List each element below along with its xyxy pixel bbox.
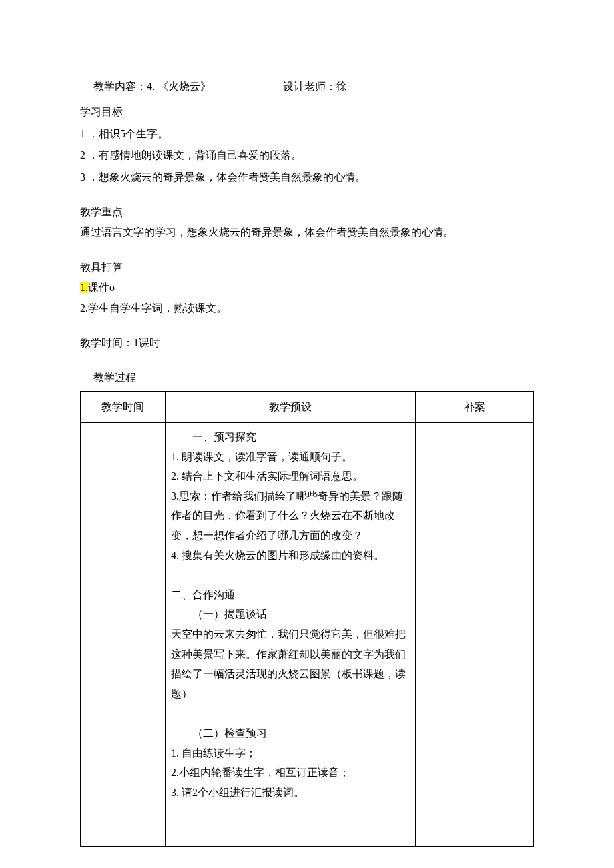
- designer-value: 徐: [336, 81, 347, 92]
- time-value: 1课时: [133, 337, 160, 348]
- plan-line: [171, 822, 410, 842]
- plan-line: 3. 请2个小组进行汇报读词。: [171, 783, 410, 803]
- plan-line: 2. 结合上下文和生活实际理解词语意思。: [171, 466, 410, 486]
- plan-line: 1. 朗读课文，读准字音，读通顺句子。: [171, 447, 410, 467]
- col-header-supp: 补案: [416, 391, 534, 422]
- time-label: 教学时间：: [80, 337, 133, 348]
- plan-line: 1. 自由练读生字；: [171, 743, 410, 763]
- goals-title: 学习目标: [80, 102, 534, 122]
- goals-item-2: 2 ．有感情地朗读课文，背诵自己喜爱的段落。: [80, 145, 534, 165]
- col-header-time: 教学时间: [81, 391, 166, 422]
- content-label: 教学内容：: [93, 81, 147, 92]
- cell-time: [81, 423, 166, 846]
- plan-line: 天空中的云来去匆忙，我们只觉得它美，但很难把这种美景写下来。作家萧红却以美丽的文…: [171, 624, 410, 703]
- designer-label-group: 设计老师：徐: [283, 77, 347, 97]
- process-table: 教学时间 教学预设 补案 一、预习探究1. 朗读课文，读准字音，读通顺句子。2.…: [80, 391, 534, 847]
- plan-line: （二）检查预习: [171, 723, 410, 743]
- plan-line: 一、预习探究: [171, 427, 410, 447]
- focus-title: 教学重点: [80, 202, 534, 222]
- plan-line: [171, 565, 410, 585]
- table-row: 一、预习探究1. 朗读课文，读准字音，读通顺句子。2. 结合上下文和生活实际理解…: [81, 423, 534, 846]
- plan-line: 3.思索：作者给我们描绘了哪些奇异的美景？跟随作者的目光，你看到了什么？火烧云在…: [171, 486, 410, 546]
- tools-item-1: 1.课件o: [80, 278, 534, 298]
- col-header-plan: 教学预设: [166, 391, 416, 422]
- plan-line: 4. 搜集有关火烧云的图片和形成缘由的资料。: [171, 546, 410, 566]
- plan-line: 2.小组内轮番读生字，相互订正读音；: [171, 763, 410, 783]
- plan-line: （一）揭题谈话: [171, 604, 410, 624]
- lesson-header: 教学内容：4. 《火烧云》 设计老师：徐: [80, 77, 534, 97]
- process-title: 教学过程: [80, 368, 534, 388]
- table-body: 一、预习探究1. 朗读课文，读准字音，读通顺句子。2. 结合上下文和生活实际理解…: [81, 423, 534, 846]
- focus-block: 教学重点 通过语言文字的学习，想象火烧云的奇异景象，体会作者赞美自然景象的心情。: [80, 202, 534, 243]
- focus-body: 通过语言文字的学习，想象火烧云的奇异景象，体会作者赞美自然景象的心情。: [80, 222, 534, 242]
- tools-item-1-rest: 课件o: [88, 282, 115, 293]
- plan-line: 二、合作沟通: [171, 585, 410, 605]
- cell-plan: 一、预习探究1. 朗读课文，读准字音，读通顺句子。2. 结合上下文和生活实际理解…: [166, 423, 416, 846]
- table-header-row: 教学时间 教学预设 补案: [81, 391, 534, 422]
- tools-block: 教具打算 1.课件o 2.学生自学生字词，熟读课文。: [80, 258, 534, 318]
- cell-supp: [416, 423, 534, 846]
- plan-line: [171, 703, 410, 723]
- time-block: 教学时间：1课时: [80, 333, 534, 353]
- tools-item-1-prefix: 1.: [80, 282, 88, 293]
- tools-item-2: 2.学生自学生字词，熟读课文。: [80, 298, 534, 318]
- goals-item-1: 1 ．相识5个生字。: [80, 124, 534, 144]
- content-value: 4. 《火烧云》: [147, 81, 211, 92]
- designer-label: 设计老师：: [283, 81, 336, 92]
- document-page: 教学内容：4. 《火烧云》 设计老师：徐 学习目标 1 ．相识5个生字。 2 ．…: [0, 0, 614, 868]
- goals-item-3: 3 ．想象火烧云的奇异景象，体会作者赞美自然景象的心情。: [80, 167, 534, 187]
- tools-title: 教具打算: [80, 258, 534, 278]
- plan-line: [171, 802, 410, 822]
- content-label-group: 教学内容：4. 《火烧云》: [93, 77, 280, 97]
